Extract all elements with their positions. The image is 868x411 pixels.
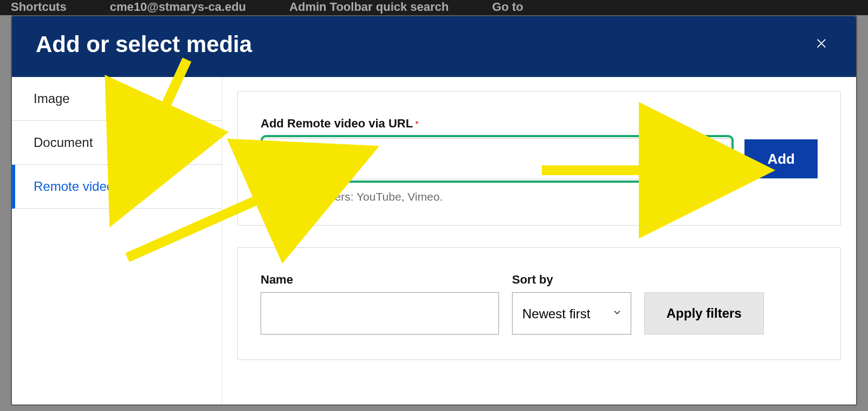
remote-video-url-input[interactable] xyxy=(261,135,734,183)
apply-filters-button[interactable]: Apply filters xyxy=(644,292,764,335)
toolbar-user[interactable]: cme10@stmarys-ca.edu xyxy=(110,0,246,14)
media-type-tabs: Image Document Remote video xyxy=(12,77,222,404)
name-filter-input[interactable] xyxy=(261,292,499,335)
add-url-panel: Add Remote video via URL* Add Allowed pr… xyxy=(237,91,841,226)
required-marker: * xyxy=(415,120,418,129)
toolbar-goto[interactable]: Go to xyxy=(492,0,523,14)
modal-title: Add or select media xyxy=(36,31,252,57)
modal-body: Image Document Remote video Add Remote v… xyxy=(12,77,856,404)
tab-image[interactable]: Image xyxy=(12,77,222,121)
toolbar-shortcuts[interactable]: Shortcuts xyxy=(11,0,67,14)
allowed-providers-hint: Allowed providers: YouTube, Vimeo. xyxy=(261,190,818,203)
sort-by-select[interactable]: Newest first xyxy=(512,292,631,335)
modal-content: Add Remote video via URL* Add Allowed pr… xyxy=(222,77,856,404)
add-button[interactable]: Add xyxy=(744,139,818,178)
sort-label: Sort by xyxy=(512,273,631,287)
close-icon xyxy=(815,37,827,52)
filter-panel: Name Sort by Newest first xyxy=(237,247,841,360)
tab-document[interactable]: Document xyxy=(12,121,222,165)
url-field-label: Add Remote video via URL xyxy=(261,117,413,131)
name-filter-label: Name xyxy=(261,273,499,287)
media-modal: Add or select media Image Document Remot… xyxy=(11,15,857,406)
close-button[interactable] xyxy=(811,34,832,55)
url-input-wrap xyxy=(261,135,734,183)
modal-header: Add or select media xyxy=(12,16,856,77)
admin-toolbar: Shortcuts cme10@stmarys-ca.edu Admin Too… xyxy=(0,0,868,15)
tab-remote-video[interactable]: Remote video xyxy=(12,165,222,209)
toolbar-search[interactable]: Admin Toolbar quick search xyxy=(289,0,449,14)
